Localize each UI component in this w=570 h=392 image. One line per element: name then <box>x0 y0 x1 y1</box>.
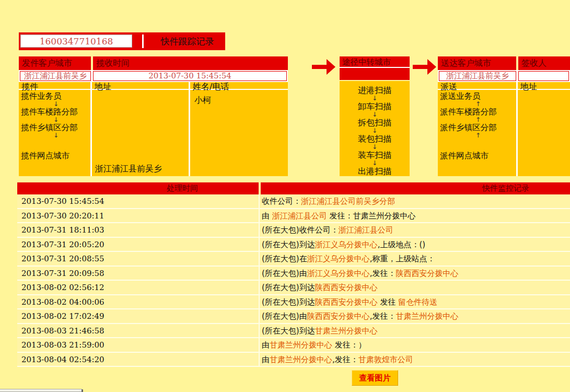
record-highlight-segment: 甘肃敦煌市公司 <box>358 355 413 364</box>
view-image-button[interactable]: 查看图片 <box>352 370 398 386</box>
table-row: 2013-08-03 21:46:58(所在大包)到达甘肃兰州分拨中心 <box>17 324 570 339</box>
record-text-segment: (所在大包)在 <box>262 254 307 263</box>
record-text-segment: (所在大包)由 <box>262 312 307 321</box>
record-text-segment: ,上级地点：() <box>378 240 425 249</box>
record-text-segment: (所在大包)收件公司： <box>262 225 339 235</box>
row-time: 2013-07-30 20:20:11 <box>17 209 260 223</box>
delivery-column: 派送 派送业务员↑派件车楼路分部↑派件乡镇区分部↑派件网点城市 <box>438 82 516 176</box>
transit-step: 出港扫描 <box>340 167 410 176</box>
receiver-panel: 送达客户城市 签收人 浙江浦江县前吴乡 派送 派送业务员↑派件车楼路分部↑派件乡… <box>438 56 570 176</box>
row-time: 2013-08-04 02:54:20 <box>17 353 260 366</box>
record-highlight-segment: 浙江义乌分拨中心 <box>307 254 370 263</box>
name-phone-label: 姓名/电话 <box>190 82 288 90</box>
table-row: 2013-08-03 21:59:00由甘肃兰州分拨中心 发往：） <box>17 338 570 353</box>
sender-panel-values: 浙江浦江县前吴乡 2013-07-30 15:45:54 <box>19 70 288 82</box>
delivery-address-column: 地址 <box>518 82 570 176</box>
record-highlight-segment: 甘肃兰州分拨中心 <box>396 312 459 321</box>
sender-city-value: 浙江浦江县前吴乡 <box>20 71 91 81</box>
row-record: 由甘肃兰州分拨中心,发往：甘肃敦煌市公司 <box>260 353 570 366</box>
scrollbar-nub <box>82 389 83 392</box>
tracking-number-input[interactable] <box>20 34 132 48</box>
row-record: 收件公司：浙江浦江县公司前吴乡分部 <box>260 194 570 208</box>
table-row: 2013-08-02 04:00:06(所在大包)到达陕西西安分拨中心 发往 留… <box>17 295 570 310</box>
pickup-column: 揽件 揽件业务员↓揽件车楼路分部↓揽件乡镇区分部↓揽件网点城市 <box>19 82 90 176</box>
delivery-label: 派送 <box>438 82 516 90</box>
record-text-segment: ,发往： <box>332 355 358 364</box>
row-record: (所在大包)收件公司：浙江浦江县公司 <box>260 223 570 237</box>
sender-city-header: 发件客户城市 <box>19 56 91 70</box>
table-row: 2013-07-30 20:20:11由 浙江浦江县公司 发往：甘肃兰州分拨中心 <box>17 209 570 224</box>
contact-column: 姓名/电话 小柯 <box>190 82 288 176</box>
right-arrow-icon <box>312 59 336 75</box>
record-text-segment: (所在大包)到达 <box>262 326 315 336</box>
record-highlight-segment: 甘肃兰州分拨中心 <box>270 355 332 364</box>
row-record: (所在大包)到达甘肃兰州分拨中心 <box>260 324 570 338</box>
table-row: 2013-07-30 15:45:54收件公司：浙江浦江县公司前吴乡分部 <box>17 194 570 209</box>
receiver-panel-header: 送达客户城市 签收人 <box>438 56 570 70</box>
transit-panel-header: 途径中转城市 <box>340 56 410 80</box>
row-time: 2013-07-31 18:11:03 <box>17 223 260 237</box>
track-record-button[interactable]: 快件跟踪记录 <box>149 32 225 50</box>
record-text-segment: ,称重，上级站点： <box>370 254 435 263</box>
record-text-segment: 发往：甘肃兰州分拨中心 <box>327 211 416 221</box>
receiver-city-value: 浙江浦江县前吴乡 <box>439 71 516 81</box>
record-text-segment: 收件公司： <box>262 197 301 206</box>
record-text-segment: 发往 <box>378 297 399 307</box>
transit-panel: 途径中转城市 进港扫描↓卸车扫描↓拆包扫描↓装包扫描↓装车扫描↓出港扫描 <box>340 56 410 176</box>
row-record: (所在大包)到达浙江义乌分拨中心,上级地点：() <box>260 238 570 251</box>
horizontal-scrollbar[interactable] <box>0 389 82 392</box>
transit-step: 拆包扫描 <box>340 118 410 128</box>
record-text-segment: (所在大包)到达 <box>262 297 315 307</box>
chain-item: 派件车楼路分部 <box>440 108 516 117</box>
receiver-panel-values: 浙江浦江县前吴乡 <box>438 70 570 82</box>
pickup-label: 揽件 <box>19 82 90 90</box>
table-row: 2013-08-02 17:02:49(所在大包)由陕西西安分拨中心,发往：甘肃… <box>17 309 570 324</box>
record-highlight-segment: 浙江浦江县公司 <box>339 225 393 235</box>
row-time: 2013-08-02 17:02:49 <box>17 309 260 323</box>
table-row: 2013-07-31 18:11:03(所在大包)收件公司：浙江浦江县公司 <box>17 223 570 238</box>
receiver-city-header: 送达客户城市 <box>438 56 516 70</box>
row-time: 2013-08-03 21:46:58 <box>17 324 260 338</box>
tracking-search-bar: 快件跟踪记录 <box>19 32 225 50</box>
row-time: 2013-08-03 21:59:00 <box>17 338 260 352</box>
record-text-segment: 发往：） <box>332 340 366 350</box>
pickup-address-column: 地址 浙江浦江县前吴乡 <box>92 82 189 176</box>
record-text-segment: ,发往： <box>370 312 396 321</box>
chain-item: 派送业务员 <box>440 92 516 101</box>
table-header: 处理时间 快件监控记录 <box>17 182 570 194</box>
signer-value <box>518 71 569 81</box>
delivery-chain: 派送业务员↑派件车楼路分部↑派件乡镇区分部↑派件网点城市 <box>438 90 516 160</box>
record-text-segment: (所在大包)到达 <box>262 283 315 292</box>
table-row: 2013-08-02 02:56:12(所在大包)到达陕西西安分拨中心 <box>17 281 570 295</box>
table-row: 2013-07-31 20:05:20(所在大包)到达浙江义乌分拨中心,上级地点… <box>17 238 570 252</box>
row-record: 由甘肃兰州分拨中心 发往：） <box>260 338 570 352</box>
record-text-segment: 由 <box>262 355 270 364</box>
address-label: 地址 <box>92 82 189 90</box>
sender-panel: 发件客户城市 揽收时间 浙江浦江县前吴乡 2013-07-30 15:45:54… <box>19 56 288 176</box>
up-arrow-icon: ↑ <box>440 132 516 139</box>
pickup-time-header: 揽收时间 <box>93 56 288 70</box>
record-text-segment: (所在大包)到达 <box>262 240 315 249</box>
address-label: 地址 <box>518 82 570 90</box>
row-record: (所在大包)到达陕西西安分拨中心 <box>260 281 570 294</box>
transit-header-label: 途径中转城市 <box>340 56 410 68</box>
row-time: 2013-08-02 02:56:12 <box>17 281 260 294</box>
row-time: 2013-07-31 20:09:58 <box>17 267 260 280</box>
time-column-header: 处理时间 <box>17 182 259 194</box>
row-record: (所在大包)由陕西西安分拨中心,发往：甘肃兰州分拨中心 <box>260 309 570 323</box>
row-record: (所在大包)由浙江义乌分拨中心,发往：陕西西安分拨中心 <box>260 267 570 280</box>
record-highlight-segment: 陕西西安分拨中心 <box>307 312 370 321</box>
receiver-panel-body: 派送 派送业务员↑派件车楼路分部↑派件乡镇区分部↑派件网点城市 地址 <box>438 82 570 176</box>
table-body: 2013-07-30 15:45:54收件公司：浙江浦江县公司前吴乡分部2013… <box>17 194 570 367</box>
transit-step: 卸车扫描 <box>340 102 410 111</box>
transit-step: 进港扫描 <box>340 86 410 95</box>
row-record: (所在大包)在浙江义乌分拨中心,称重，上级站点： <box>260 252 570 266</box>
search-bar-divider <box>142 34 144 48</box>
down-arrow-icon: ↓ <box>21 132 90 139</box>
record-text-segment: 由 <box>262 211 272 221</box>
record-highlight-segment: 浙江义乌分拨中心 <box>307 269 370 278</box>
record-highlight-segment: 浙江浦江县公司 <box>272 211 327 221</box>
table-row: 2013-07-31 20:08:55(所在大包)在浙江义乌分拨中心,称重，上级… <box>17 252 570 267</box>
table-row: 2013-07-31 20:09:58(所在大包)由浙江义乌分拨中心,发往：陕西… <box>17 267 570 281</box>
chain-item: 揽件车楼路分部 <box>21 108 90 117</box>
